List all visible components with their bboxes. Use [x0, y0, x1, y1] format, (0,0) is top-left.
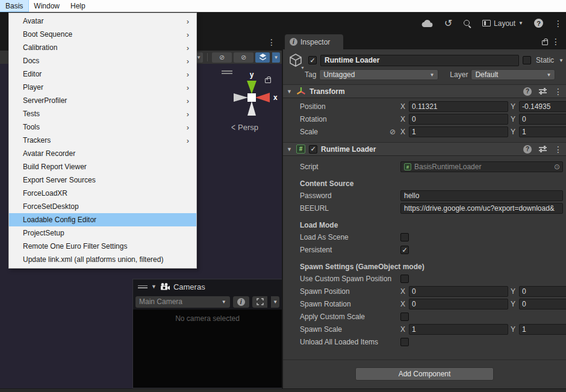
rotation-y-field[interactable]: [519, 114, 566, 125]
menu-item-projectsetup[interactable]: ProjectSetup: [9, 226, 196, 240]
gizmo-lock-icon[interactable]: [265, 76, 271, 83]
menu-item-calibration[interactable]: Calibration›: [9, 41, 196, 54]
camera-info-button[interactable]: i: [233, 296, 249, 308]
submenu-arrow-icon: ›: [187, 83, 189, 92]
spawn-position-label: Spawn Position: [283, 287, 400, 296]
position-x-field[interactable]: [409, 101, 508, 112]
scene-kebab-icon[interactable]: ⋮: [267, 38, 276, 46]
orientation-gizmo[interactable]: y x: [222, 67, 282, 128]
menu-item-forceloadxr[interactable]: ForceLoadXR: [9, 187, 196, 200]
history-icon[interactable]: ↺: [444, 17, 452, 29]
help-icon[interactable]: ?: [523, 87, 532, 96]
panel-drag-handle[interactable]: [138, 284, 148, 290]
component-enabled-checkbox[interactable]: ✓: [309, 145, 317, 154]
add-component-button[interactable]: Add Component: [355, 367, 494, 381]
spawn-scale-y-field[interactable]: [519, 324, 566, 335]
script-icon: #: [404, 163, 411, 170]
persp-toggle[interactable]: < Persp: [231, 123, 258, 132]
spawn-rotation-y-field[interactable]: [519, 299, 566, 310]
camera-select-dropdown[interactable]: Main Camera ▼: [135, 296, 230, 308]
beeurl-row: BEEURL: [283, 202, 563, 214]
camera-frame-dropdown[interactable]: ▼: [271, 296, 279, 308]
runtime-loader-header[interactable]: ▼ # ✓ Runtime Loader ? ⋮: [283, 142, 566, 156]
scene-effects-off-icon[interactable]: ⊘: [234, 52, 253, 63]
help-icon[interactable]: ?: [523, 145, 532, 154]
runtime-loader-title: Runtime Loader: [321, 145, 376, 154]
layer-label: Layer: [450, 70, 468, 79]
rotation-x-field[interactable]: [409, 114, 508, 125]
static-checkbox[interactable]: [523, 56, 531, 64]
menu-item-serverprofiler[interactable]: ServerProfiler›: [9, 94, 196, 107]
menu-item-trackers[interactable]: Trackers›: [9, 134, 196, 147]
menu-item-player[interactable]: Player›: [9, 81, 196, 94]
menubar-item-help[interactable]: Help: [65, 0, 91, 11]
menu-item-loadable-config-editor[interactable]: Loadable Config Editor: [9, 213, 196, 226]
apply-custom-scale-checkbox[interactable]: [400, 313, 409, 321]
cameras-foldout-icon[interactable]: ▼: [151, 284, 157, 290]
gameobject-active-checkbox[interactable]: ✓: [308, 56, 317, 64]
scene-layers-button[interactable]: [255, 52, 270, 63]
layout-dropdown[interactable]: Layout ▼: [482, 19, 523, 28]
help-icon[interactable]: ?: [534, 19, 543, 28]
menu-item-update-linkxml[interactable]: Update link.xml (all platforms union, fi…: [9, 253, 196, 266]
password-field[interactable]: [400, 190, 563, 201]
toolbar-kebab-icon[interactable]: ⋮: [554, 19, 562, 28]
tag-dropdown[interactable]: Untagged ▼: [319, 69, 438, 80]
foldout-icon[interactable]: ▼: [287, 146, 293, 152]
use-custom-spawn-checkbox[interactable]: [400, 275, 409, 283]
runtime-loader-body: Script # BasisRuntimeLoader ⊙ Content So…: [283, 156, 566, 352]
no-camera-text: No camera selected: [133, 314, 282, 323]
persistent-checkbox[interactable]: ✓: [400, 246, 409, 254]
scene-audio-off-icon[interactable]: ⊘: [212, 52, 232, 63]
script-object-field[interactable]: # BasisRuntimeLoader ⊙: [400, 161, 563, 172]
spawn-position-x-field[interactable]: [409, 286, 508, 297]
layer-dropdown[interactable]: Default ▼: [471, 69, 555, 80]
tab-inspector[interactable]: i Inspector: [285, 34, 343, 49]
transform-header[interactable]: ▼ Transform ? ⋮: [283, 84, 566, 98]
menu-item-editor[interactable]: Editor›: [9, 67, 196, 81]
load-as-scene-checkbox[interactable]: [400, 233, 409, 241]
presets-icon[interactable]: [539, 146, 547, 152]
submenu-arrow-icon: ›: [187, 43, 189, 52]
presets-icon[interactable]: [539, 88, 547, 95]
spawn-rotation-label: Spawn Rotation: [283, 300, 400, 308]
transform-body: Position X Y Z Rotation X Y: [283, 98, 566, 142]
cameras-toolbar: Main Camera ▼ i ▼: [133, 294, 282, 310]
inspector-lock-icon[interactable]: [542, 39, 548, 45]
menu-item-tests[interactable]: Tests›: [9, 107, 196, 120]
beeurl-field[interactable]: [400, 203, 563, 214]
spawn-rotation-x-field[interactable]: [409, 299, 508, 310]
menu-item-avatar-recorder[interactable]: Avatar Recorder: [9, 147, 196, 160]
menubar-item-window[interactable]: Window: [28, 0, 65, 11]
menu-item-docs[interactable]: Docs›: [9, 54, 196, 67]
menu-item-boot-sequence[interactable]: Boot Sequence›: [9, 28, 196, 41]
position-y-field[interactable]: [519, 101, 566, 112]
spawn-scale-x-field[interactable]: [409, 324, 508, 335]
scale-x-field[interactable]: [409, 126, 508, 137]
unload-all-checkbox[interactable]: [400, 338, 409, 346]
kebab-icon[interactable]: ⋮: [554, 145, 562, 154]
gameobject-icon[interactable]: ▼: [287, 53, 305, 67]
menu-item-avatar[interactable]: Avatar›: [9, 14, 196, 28]
spawn-settings-header: Spawn Settings (GameObject mode): [283, 257, 563, 273]
menubar-item-basis[interactable]: Basis: [0, 0, 28, 11]
inspector-kebab-icon[interactable]: ⋮: [552, 37, 560, 46]
scale-y-field[interactable]: [519, 126, 566, 137]
menu-item-forcesetdesktop[interactable]: ForceSetDesktop: [9, 200, 196, 213]
foldout-icon[interactable]: ▼: [287, 89, 293, 95]
kebab-icon[interactable]: ⋮: [554, 87, 562, 96]
cloud-icon[interactable]: [421, 19, 434, 28]
object-picker-icon[interactable]: ⊙: [554, 163, 560, 171]
menu-item-remote-one-euro[interactable]: Remote One Euro Filter Settings: [9, 240, 196, 253]
search-icon[interactable]: [463, 19, 471, 28]
static-label: Static: [536, 56, 554, 64]
menu-item-tools[interactable]: Tools›: [9, 120, 196, 134]
menu-item-build-report-viewer[interactable]: Build Report Viewer: [9, 160, 196, 173]
spawn-position-y-field[interactable]: [519, 286, 566, 297]
menu-item-export-server-sources[interactable]: Export Server Sources: [9, 173, 196, 187]
gameobject-name-field[interactable]: [320, 55, 519, 66]
broken-link-icon[interactable]: ⊘: [390, 128, 396, 136]
static-dropdown-icon[interactable]: ▼: [559, 58, 564, 63]
scene-layers-dropdown[interactable]: ▼: [272, 52, 280, 63]
camera-frame-button[interactable]: [252, 296, 267, 308]
